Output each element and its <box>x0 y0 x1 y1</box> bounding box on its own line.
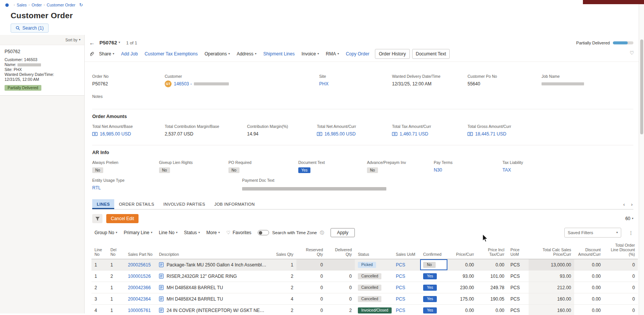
discount-amount-cell[interactable]: 0.00 <box>574 271 604 282</box>
breadcrumb-sales[interactable]: Sales <box>17 3 27 7</box>
line-no-cell[interactable]: 1 <box>91 271 107 282</box>
apply-button[interactable]: Apply <box>331 228 355 237</box>
del-no-cell[interactable]: 1 <box>107 305 125 315</box>
price-uom-cell[interactable]: PCS <box>507 305 529 315</box>
sales-uom-link[interactable]: PCS <box>396 262 405 268</box>
favorite-icon[interactable]: ♡ <box>630 50 634 56</box>
document-note-icon[interactable] <box>159 285 164 290</box>
status-cell[interactable]: Cancelled <box>355 271 393 282</box>
line-discount-cell[interactable]: 0 <box>604 282 638 293</box>
pay-terms-link[interactable]: N30 <box>434 167 442 173</box>
column-header[interactable]: Price/Curr <box>447 242 477 259</box>
sales-uom-cell[interactable]: PCS <box>393 271 420 282</box>
customer-link[interactable]: 146503 - <box>174 81 192 87</box>
del-no-cell[interactable]: 1 <box>107 259 125 271</box>
sales-part-no-cell[interactable]: 200025615 <box>125 259 156 271</box>
amount-link[interactable]: 16,985.00 USD <box>100 131 131 137</box>
tab-scroll-left-icon[interactable]: ‹ <box>623 202 625 207</box>
sales-uom-cell[interactable]: PCS <box>393 293 420 305</box>
price-incl-tax-cell[interactable]: 0.00 <box>477 259 507 271</box>
order-list-item[interactable]: P50762 Customer: 146503 Name: Site: PHX … <box>0 45 84 96</box>
total-calc-price-cell[interactable]: 212.00 <box>529 282 574 293</box>
sales-uom-cell[interactable]: PCS <box>393 305 420 315</box>
reserved-qty-cell[interactable]: 0 <box>296 305 326 315</box>
discount-amount-cell[interactable]: 0.00 <box>574 293 604 305</box>
line-discount-cell[interactable]: 0 <box>604 271 638 282</box>
reserved-qty-cell[interactable]: 0 <box>296 282 326 293</box>
search-button[interactable]: Search (1) <box>11 24 49 33</box>
sales-part-no-link[interactable]: 200025615 <box>128 262 151 268</box>
description-cell[interactable]: RISER,2432GR 12" GRADE RING <box>156 271 270 282</box>
tax-liability-link[interactable]: TAX <box>502 167 511 173</box>
sales-part-no-cell[interactable]: 100001526 <box>125 271 156 282</box>
line-discount-cell[interactable]: 0 <box>604 259 638 271</box>
status-cell[interactable]: Picked <box>355 259 393 271</box>
sales-part-no-link[interactable]: 100001526 <box>128 274 151 279</box>
line-discount-cell[interactable]: 0 <box>604 305 638 315</box>
confirmed-cell[interactable]: Yes <box>420 293 447 305</box>
reserved-qty-cell[interactable]: 0 <box>296 271 326 282</box>
shipment-lines-button[interactable]: Shipment Lines <box>260 49 298 58</box>
column-header[interactable]: Status <box>355 242 393 259</box>
app-logo-icon[interactable] <box>5 3 9 7</box>
del-no-cell[interactable]: 2 <box>107 271 125 282</box>
table-row[interactable]: 21200042366MH D4858X48 BARREL TU200Cance… <box>91 282 638 293</box>
rma-menu[interactable]: RMA▾ <box>322 49 342 58</box>
primary-line-filter[interactable]: Primary Line▾ <box>124 230 152 235</box>
total-calc-price-cell[interactable]: 13,000.00 <box>529 259 574 271</box>
description-cell[interactable]: MH D4858X48 BARREL TU <box>156 282 270 293</box>
breadcrumb-customer-order[interactable]: Customer Order <box>47 3 75 7</box>
confirmed-cell[interactable]: Yes <box>420 271 447 282</box>
price-cell[interactable]: 0.00 <box>447 305 477 315</box>
customer-tax-exemptions-button[interactable]: Customer Tax Exemptions <box>141 49 201 58</box>
info-icon[interactable]: ⓘ <box>320 230 324 236</box>
price-incl-tax-cell[interactable]: 249.78 <box>477 282 507 293</box>
column-header[interactable]: Total Calc Sales Price/Curr <box>529 242 574 259</box>
reserved-qty-cell[interactable]: 0 <box>296 259 326 271</box>
price-uom-cell[interactable]: PCS <box>507 271 529 282</box>
column-header[interactable]: Line No <box>91 242 107 259</box>
address-menu[interactable]: Address▾ <box>233 49 260 58</box>
add-job-button[interactable]: Add Job <box>118 49 141 58</box>
more-filter[interactable]: More▾ <box>206 230 220 235</box>
delivered-qty-cell[interactable] <box>326 259 355 271</box>
tab-job-information[interactable]: JOB INFORMATION <box>210 199 260 209</box>
price-incl-tax-cell[interactable]: 0.00 <box>477 305 507 315</box>
group-no-filter[interactable]: Group No▾ <box>94 230 117 235</box>
column-header[interactable]: Total Order Line Discount (%) <box>604 242 638 259</box>
price-cell[interactable]: 175.00 <box>447 293 477 305</box>
confirmed-cell[interactable]: Yes <box>420 282 447 293</box>
delivered-qty-cell[interactable]: 0 <box>326 293 355 305</box>
sales-uom-cell[interactable]: PCS <box>393 259 420 271</box>
discount-amount-cell[interactable]: 0.00 <box>574 259 604 271</box>
back-icon[interactable]: ← <box>89 39 95 46</box>
price-cell[interactable]: 0.00 <box>447 259 477 271</box>
status-filter[interactable]: Status▾ <box>184 230 200 235</box>
sales-qty-cell[interactable]: 2 <box>270 282 296 293</box>
delivered-qty-cell[interactable]: 0 <box>326 282 355 293</box>
column-header[interactable]: Sales Part No <box>125 242 156 259</box>
column-header[interactable]: Sales UoM <box>393 242 420 259</box>
sales-qty-cell[interactable]: 2 <box>270 271 296 282</box>
total-calc-price-cell[interactable]: 93.00 <box>529 271 574 282</box>
reserved-qty-cell[interactable]: 0 <box>296 293 326 305</box>
column-header[interactable]: Delivered Qty <box>326 242 355 259</box>
column-header[interactable]: Discount Amount/Curr <box>574 242 604 259</box>
document-text-button[interactable]: Document Text <box>412 49 450 59</box>
timezone-toggle[interactable] <box>258 230 269 235</box>
document-note-icon[interactable] <box>159 296 164 301</box>
saved-filters-select[interactable]: Saved Filters ▾ <box>564 228 621 238</box>
order-history-button[interactable]: Order History <box>375 49 409 59</box>
sales-part-no-link[interactable]: 200042364 <box>128 296 151 302</box>
sales-uom-cell[interactable]: PCS <box>393 282 420 293</box>
description-cell[interactable]: MH D4858X24 BARREL TU <box>156 293 270 305</box>
entity-usage-type-link[interactable]: RTL <box>92 185 101 191</box>
confirmed-cell[interactable]: No <box>420 259 447 271</box>
price-uom-cell[interactable]: PCS <box>507 293 529 305</box>
discount-amount-cell[interactable]: 0.00 <box>574 305 604 315</box>
table-row[interactable]: 12100001526RISER,2432GR 12" GRADE RING20… <box>91 271 638 282</box>
price-uom-cell[interactable]: PCS <box>507 282 529 293</box>
filter-button[interactable] <box>92 214 102 223</box>
vertical-scrollbar[interactable] <box>639 0 644 315</box>
record-selector[interactable]: P50762 ▾ <box>99 40 120 46</box>
